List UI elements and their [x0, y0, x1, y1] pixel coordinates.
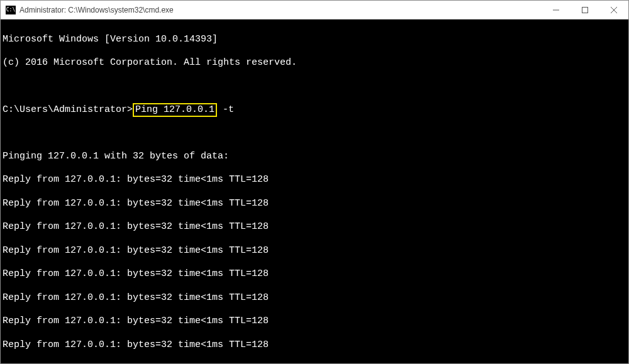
reply-line: Reply from 127.0.0.1: bytes=32 time<1ms …	[3, 221, 626, 233]
cmd-icon: C:\	[6, 6, 16, 14]
command-highlight: Ping 127.0.0.1	[133, 103, 217, 118]
window-title: Administrator: C:\Windows\system32\cmd.e…	[19, 6, 542, 14]
reply-line: Reply from 127.0.0.1: bytes=32 time<1ms …	[3, 292, 626, 304]
reply-line: Reply from 127.0.0.1: bytes=32 time<1ms …	[3, 198, 626, 210]
minimize-button[interactable]	[542, 1, 571, 19]
version-line: Microsoft Windows [Version 10.0.14393]	[3, 34, 626, 46]
reply-line: Reply from 127.0.0.1: bytes=32 time<1ms …	[3, 268, 626, 280]
close-button[interactable]	[599, 1, 628, 19]
command-suffix: -t	[217, 104, 234, 115]
copyright-line: (c) 2016 Microsoft Corporation. All righ…	[3, 57, 626, 69]
svg-rect-1	[582, 8, 588, 13]
window-controls	[542, 1, 628, 19]
terminal-output[interactable]: Microsoft Windows [Version 10.0.14393] (…	[1, 19, 628, 363]
reply-line: Reply from 127.0.0.1: bytes=32 time<1ms …	[3, 363, 626, 363]
maximize-button[interactable]	[571, 1, 599, 19]
reply-line: Reply from 127.0.0.1: bytes=32 time<1ms …	[3, 316, 626, 328]
reply-line: Reply from 127.0.0.1: bytes=32 time<1ms …	[3, 174, 626, 186]
prompt-prefix: C:\Users\Administrator>	[3, 104, 133, 115]
prompt-line-1: C:\Users\Administrator>Ping 127.0.0.1 -t	[3, 104, 626, 116]
reply-line: Reply from 127.0.0.1: bytes=32 time<1ms …	[3, 245, 626, 257]
window-titlebar: C:\ Administrator: C:\Windows\system32\c…	[1, 1, 628, 19]
reply-line: Reply from 127.0.0.1: bytes=32 time<1ms …	[3, 339, 626, 351]
ping-header: Pinging 127.0.0.1 with 32 bytes of data:	[3, 151, 626, 163]
